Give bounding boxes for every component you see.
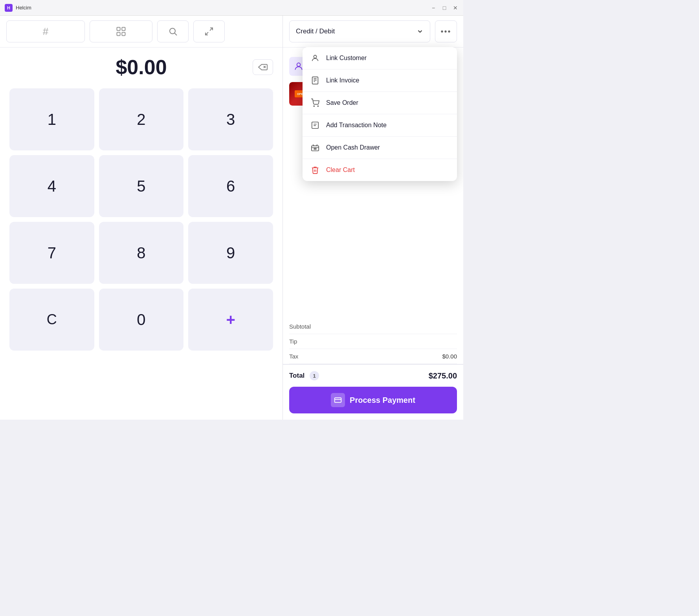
total-label-area: Total 1 bbox=[289, 371, 319, 380]
link-customer-item[interactable]: Link Customer bbox=[303, 47, 457, 69]
titlebar: H Helcim − □ ✕ bbox=[0, 0, 463, 16]
app-title: Helcim bbox=[16, 5, 31, 11]
tax-row: Tax $0.00 bbox=[289, 349, 457, 364]
svg-point-17 bbox=[317, 106, 318, 106]
total-value: $275.00 bbox=[429, 371, 457, 380]
drawer-menu-icon bbox=[310, 143, 320, 152]
clear-cart-label: Clear Cart bbox=[326, 166, 355, 174]
payment-method-label: Credit / Debit bbox=[296, 27, 335, 35]
svg-rect-26 bbox=[335, 398, 341, 402]
tip-row: Tip bbox=[289, 334, 457, 349]
link-customer-label: Link Customer bbox=[326, 55, 367, 62]
subtotal-row: Subtotal bbox=[289, 319, 457, 334]
key-7[interactable]: 7 bbox=[9, 222, 94, 284]
svg-point-16 bbox=[314, 106, 314, 106]
add-note-item[interactable]: Add Transaction Note bbox=[303, 114, 457, 136]
svg-line-6 bbox=[210, 28, 213, 31]
more-options-button[interactable]: ••• bbox=[435, 20, 457, 42]
maximize-button[interactable]: □ bbox=[441, 5, 448, 11]
svg-rect-25 bbox=[314, 148, 316, 150]
more-icon: ••• bbox=[440, 27, 451, 36]
svg-rect-3 bbox=[122, 32, 125, 35]
backspace-icon bbox=[258, 64, 268, 71]
amount-display: $0.00 bbox=[9, 55, 273, 79]
tax-value: $0.00 bbox=[442, 353, 457, 360]
amount-value: $0.00 bbox=[116, 55, 167, 79]
total-count-badge: 1 bbox=[310, 371, 319, 380]
clear-cart-item[interactable]: Clear Cart bbox=[303, 159, 457, 181]
person-menu-icon bbox=[310, 53, 320, 63]
key-9[interactable]: 9 bbox=[188, 222, 273, 284]
expand-button[interactable] bbox=[193, 20, 225, 42]
expand-icon bbox=[204, 27, 214, 36]
payment-method-select[interactable]: Credit / Debit bbox=[289, 20, 430, 42]
logo-letter: H bbox=[7, 5, 10, 10]
key-plus[interactable]: + bbox=[188, 289, 273, 351]
tip-label: Tip bbox=[289, 338, 297, 345]
svg-rect-12 bbox=[312, 77, 318, 84]
svg-line-5 bbox=[175, 33, 177, 36]
receipt-menu-icon bbox=[310, 76, 320, 85]
calculator-area: $0.00 1 2 3 4 5 6 7 8 9 C bbox=[0, 48, 283, 420]
right-panel: Credit / Debit ••• bbox=[283, 16, 463, 420]
dollar-icon bbox=[334, 396, 342, 404]
process-payment-label: Process Payment bbox=[350, 396, 415, 405]
total-row: Total 1 $275.00 bbox=[283, 364, 463, 387]
close-button[interactable]: ✕ bbox=[452, 5, 459, 11]
key-1[interactable]: 1 bbox=[9, 88, 94, 150]
link-invoice-item[interactable]: Link Invoice bbox=[303, 69, 457, 91]
total-label: Total bbox=[289, 372, 305, 379]
key-3[interactable]: 3 bbox=[188, 88, 273, 150]
grid-button[interactable] bbox=[90, 20, 152, 42]
svg-point-11 bbox=[314, 55, 316, 58]
save-order-label: Save Order bbox=[326, 99, 358, 106]
dropdown-arrow-icon bbox=[416, 28, 424, 35]
subtotal-label: Subtotal bbox=[289, 323, 311, 330]
grid-icon bbox=[116, 26, 127, 37]
right-toolbar: Credit / Debit ••• bbox=[283, 16, 463, 48]
key-clear[interactable]: C bbox=[9, 289, 94, 351]
left-toolbar: # bbox=[0, 16, 283, 48]
search-icon bbox=[168, 27, 178, 36]
svg-rect-0 bbox=[117, 27, 120, 31]
svg-point-10 bbox=[297, 63, 301, 66]
hash-icon: # bbox=[43, 26, 48, 38]
search-button[interactable] bbox=[157, 20, 189, 42]
svg-point-4 bbox=[170, 28, 175, 34]
window-controls: − □ ✕ bbox=[430, 5, 459, 11]
hash-button[interactable]: # bbox=[6, 20, 85, 42]
save-order-item[interactable]: Save Order bbox=[303, 92, 457, 114]
backspace-button[interactable] bbox=[253, 59, 273, 75]
app-logo: H bbox=[5, 4, 13, 12]
app-container: # $0 bbox=[0, 16, 463, 420]
svg-rect-1 bbox=[122, 27, 125, 31]
note-menu-icon bbox=[310, 121, 320, 130]
trash-menu-icon bbox=[310, 165, 320, 175]
key-5[interactable]: 5 bbox=[99, 155, 184, 217]
dropdown-menu: Link Customer Link Invoice bbox=[303, 47, 457, 181]
numpad: 1 2 3 4 5 6 7 8 9 C 0 + bbox=[9, 88, 273, 351]
cart-menu-icon bbox=[310, 98, 320, 108]
key-8[interactable]: 8 bbox=[99, 222, 184, 284]
key-0[interactable]: 0 bbox=[99, 289, 184, 351]
svg-rect-18 bbox=[312, 122, 319, 129]
add-note-label: Add Transaction Note bbox=[326, 122, 387, 129]
svg-line-7 bbox=[205, 32, 208, 35]
key-6[interactable]: 6 bbox=[188, 155, 273, 217]
tax-label: Tax bbox=[289, 353, 298, 360]
svg-rect-2 bbox=[117, 32, 120, 35]
process-payment-icon bbox=[331, 393, 345, 407]
cart-summary: Subtotal Tip Tax $0.00 bbox=[283, 319, 463, 364]
left-panel: # $0 bbox=[0, 16, 283, 420]
open-cash-drawer-label: Open Cash Drawer bbox=[326, 144, 380, 151]
open-cash-drawer-item[interactable]: Open Cash Drawer bbox=[303, 137, 457, 159]
process-payment-button[interactable]: Process Payment bbox=[289, 387, 457, 413]
link-invoice-label: Link Invoice bbox=[326, 77, 360, 84]
minimize-button[interactable]: − bbox=[430, 5, 437, 11]
key-2[interactable]: 2 bbox=[99, 88, 184, 150]
key-4[interactable]: 4 bbox=[9, 155, 94, 217]
